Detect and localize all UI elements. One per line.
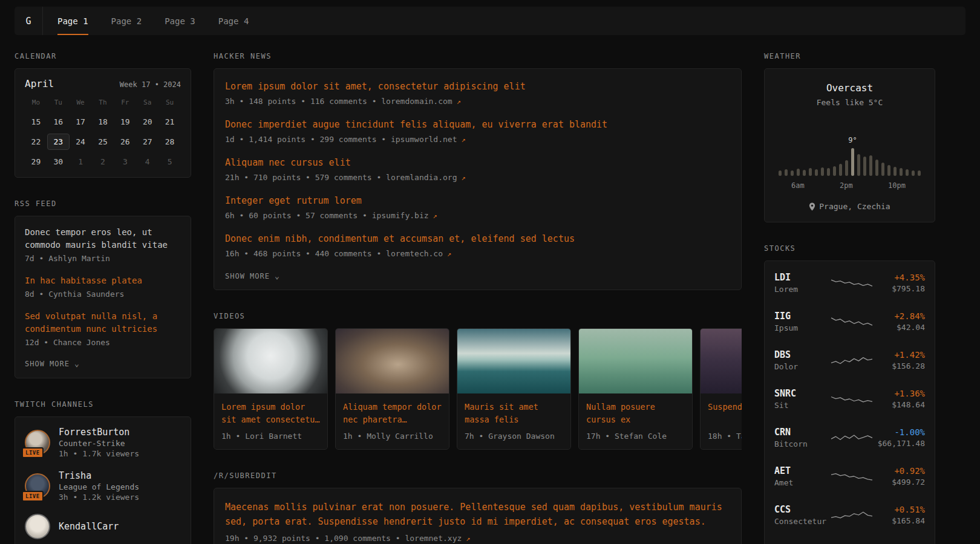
rss-item-title[interactable]: Sed volutpat nulla nisl, a condimentum n… xyxy=(25,310,181,335)
reddit-post-title[interactable]: Maecenas mollis pulvinar erat non posuer… xyxy=(225,500,730,529)
stock-ticker: CCS xyxy=(774,504,830,515)
reddit-post-meta: 19h • 9,932 points • 1,090 comments • lo… xyxy=(225,534,730,543)
stock-row[interactable]: LDI Lorem +4.35% $795.18 xyxy=(774,264,925,302)
tab-page-1[interactable]: Page 1 xyxy=(57,7,88,35)
external-link-icon[interactable]: ↗ xyxy=(447,250,451,258)
video-meta: 1h • Lori Barnett xyxy=(221,432,320,441)
stock-row[interactable]: AET Amet +0.92% $499.72 xyxy=(774,457,925,496)
stock-ticker: AET xyxy=(774,465,830,476)
rss-item-title[interactable]: Donec tempor eros leo, ut commodo mauris… xyxy=(25,226,181,251)
twitch-channel[interactable]: LIVE Trisha League of Legends 3h • 1.2k … xyxy=(25,470,181,502)
rss-item-meta: 7d • Ashlyn Martin xyxy=(25,254,181,263)
calendar-day: 17 xyxy=(70,114,92,130)
stock-row[interactable]: IIG Ipsum +2.84% $42.04 xyxy=(774,302,925,341)
chevron-down-icon: ⌄ xyxy=(275,274,280,279)
news-item-meta: 6h • 60 points • 57 comments • ipsumify.… xyxy=(225,211,730,220)
calendar-day: 20 xyxy=(136,114,158,130)
video-title[interactable]: Mauris sit amet massa felis xyxy=(465,401,563,427)
right-column: WEATHER Overcast Feels like 5°C 9° 6am 2… xyxy=(764,52,935,544)
app-logo[interactable]: G xyxy=(15,7,43,35)
live-badge: LIVE xyxy=(22,491,44,502)
twitch-channel-name[interactable]: ForrestBurton xyxy=(59,427,139,438)
video-title[interactable]: Aliquam tempor dolor nec pharetra… xyxy=(343,401,442,427)
video-thumbnail[interactable] xyxy=(336,329,449,393)
stock-row[interactable]: CRN Bitcorn -1.00% $66,171.48 xyxy=(774,418,925,457)
stock-price: $165.84 xyxy=(874,516,925,525)
video-body: Nullam posuere cursus ex 17h • Stefan Co… xyxy=(579,393,692,449)
stock-ticker: DBS xyxy=(774,349,830,360)
video-title[interactable]: Nullam posuere cursus ex xyxy=(586,401,685,427)
news-item-title[interactable]: Aliquam nec cursus elit xyxy=(225,157,730,169)
calendar-day-next-month: 1 xyxy=(70,154,92,170)
stock-ticker: LDI xyxy=(774,272,830,283)
twitch-channel-info: Trisha League of Legends 3h • 1.2k viewe… xyxy=(59,470,139,502)
video-card[interactable]: Lorem ipsum dolor sit amet consectetu… 1… xyxy=(214,328,328,450)
video-thumbnail[interactable] xyxy=(457,329,570,393)
stock-row[interactable]: AHS +0.46% xyxy=(774,534,925,544)
video-thumbnail[interactable] xyxy=(579,329,692,393)
calendar-day-next-month: 4 xyxy=(136,154,158,170)
twitch-channel[interactable]: LIVE ForrestBurton Counter-Strike 1h • 1… xyxy=(25,427,181,458)
calendar-day: 18 xyxy=(92,114,114,130)
rss-title: RSS FEED xyxy=(15,199,191,208)
video-title[interactable]: Lorem ipsum dolor sit amet consectetu… xyxy=(221,401,320,427)
external-link-icon[interactable]: ↗ xyxy=(462,135,466,144)
stock-row[interactable]: DBS Dolor +1.42% $156.28 xyxy=(774,341,925,380)
stock-change: -1.00% xyxy=(874,427,925,437)
stock-row[interactable]: SNRC Sit +1.36% $148.64 xyxy=(774,380,925,418)
weather-title: WEATHER xyxy=(764,52,935,60)
video-thumbnail[interactable] xyxy=(701,329,742,393)
stock-id: SNRC Sit xyxy=(774,388,830,410)
stock-id: DBS Dolor xyxy=(774,349,830,371)
calendar-dow: Su xyxy=(158,99,181,110)
stock-name: Ipsum xyxy=(774,323,830,332)
tab-page-2[interactable]: Page 2 xyxy=(111,7,142,35)
rss-item-title[interactable]: In hac habitasse platea xyxy=(25,274,181,287)
stock-name: Amet xyxy=(774,478,830,487)
external-link-icon[interactable]: ↗ xyxy=(466,534,470,543)
tab-page-3[interactable]: Page 3 xyxy=(165,7,195,35)
video-thumbnail[interactable] xyxy=(214,329,327,393)
video-meta: 7h • Grayson Dawson xyxy=(465,432,563,441)
weather-bar xyxy=(893,167,897,176)
stock-ticker: CRN xyxy=(774,427,830,438)
twitch-channel-name[interactable]: Trisha xyxy=(59,470,139,481)
news-item-title[interactable]: Donec imperdiet augue tincidunt felis al… xyxy=(225,118,730,131)
stock-values: +4.35% $795.18 xyxy=(874,273,925,293)
video-card[interactable]: Suspendisse diam 18h • Tara xyxy=(700,328,742,450)
stock-sparkline xyxy=(830,352,874,368)
news-item-title[interactable]: Integer eget rutrum lorem xyxy=(225,195,730,207)
weather-temperature-chart: 9° xyxy=(774,129,925,176)
stock-change: +0.92% xyxy=(874,466,925,476)
hackernews-show-more-button[interactable]: SHOW MORE ⌄ xyxy=(225,272,280,280)
rss-item-meta: 8d • Cynthia Saunders xyxy=(25,290,181,299)
external-link-icon[interactable]: ↗ xyxy=(457,97,461,106)
avatar-wrap xyxy=(25,514,50,539)
calendar-day: 30 xyxy=(47,154,70,170)
show-more-label: SHOW MORE xyxy=(25,360,70,368)
stock-sparkline xyxy=(830,507,874,523)
external-link-icon[interactable]: ↗ xyxy=(433,212,437,220)
rss-show-more-button[interactable]: SHOW MORE ⌄ xyxy=(25,360,80,368)
news-item-title[interactable]: Lorem ipsum dolor sit amet, consectetur … xyxy=(225,80,730,93)
news-item-title[interactable]: Donec enim nibh, condimentum et accumsan… xyxy=(225,233,730,245)
video-card[interactable]: Mauris sit amet massa felis 7h • Grayson… xyxy=(457,328,571,450)
stock-price: $795.18 xyxy=(874,284,925,293)
twitch-channel[interactable]: KendallCarr xyxy=(25,514,181,539)
weather-bar xyxy=(833,166,836,176)
rss-item: In hac habitasse platea 8d • Cynthia Sau… xyxy=(25,274,181,299)
tab-page-4[interactable]: Page 4 xyxy=(218,7,249,35)
rss-item-meta: 12d • Chance Jones xyxy=(25,338,181,347)
stock-change: +0.51% xyxy=(874,505,925,514)
video-card[interactable]: Aliquam tempor dolor nec pharetra… 1h • … xyxy=(335,328,449,450)
calendar-dow: Th xyxy=(92,99,114,110)
stock-row[interactable]: CCS Consectetur +0.51% $165.84 xyxy=(774,496,925,534)
video-title[interactable]: Suspendisse diam xyxy=(708,401,742,427)
calendar-day: 19 xyxy=(114,114,136,130)
video-card[interactable]: Nullam posuere cursus ex 17h • Stefan Co… xyxy=(578,328,693,450)
external-link-icon[interactable]: ↗ xyxy=(462,173,466,182)
stock-sparkline xyxy=(830,430,874,445)
stock-name: Bitcorn xyxy=(774,439,830,448)
reddit-post: Maecenas mollis pulvinar erat non posuer… xyxy=(225,500,730,543)
twitch-channel-name[interactable]: KendallCarr xyxy=(59,521,119,532)
